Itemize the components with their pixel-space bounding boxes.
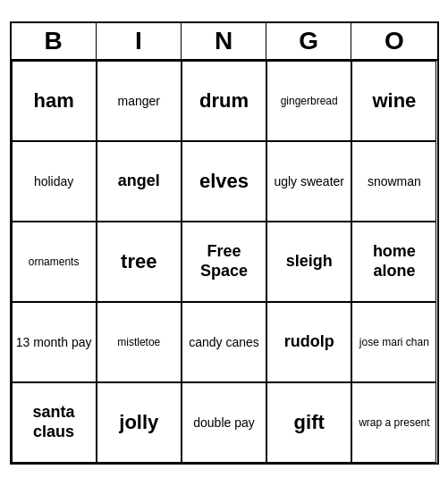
bingo-cell-16: mistletoe bbox=[97, 302, 182, 382]
bingo-cell-15: 13 month pay bbox=[12, 302, 97, 382]
bingo-cell-1: manger bbox=[97, 61, 182, 141]
header-letter-b: B bbox=[12, 23, 97, 59]
header-letter-o: O bbox=[351, 23, 436, 59]
bingo-header: BINGO bbox=[12, 23, 437, 61]
header-letter-i: I bbox=[97, 23, 182, 59]
bingo-cell-6: angel bbox=[97, 141, 182, 222]
bingo-cell-19: jose mari chan bbox=[351, 302, 436, 382]
bingo-cell-9: snowman bbox=[351, 141, 436, 222]
bingo-cell-4: wine bbox=[351, 61, 436, 141]
bingo-cell-7: elves bbox=[182, 141, 266, 222]
bingo-cell-2: drum bbox=[182, 61, 266, 141]
bingo-cell-22: double pay bbox=[182, 382, 266, 463]
bingo-cell-20: santa claus bbox=[12, 382, 97, 463]
bingo-cell-11: tree bbox=[97, 222, 182, 302]
bingo-grid: hammangerdrumgingerbreadwineholidayangel… bbox=[12, 61, 437, 463]
header-letter-n: N bbox=[182, 23, 266, 59]
bingo-cell-3: gingerbread bbox=[266, 61, 351, 141]
bingo-cell-13: sleigh bbox=[266, 222, 351, 302]
bingo-cell-0: ham bbox=[12, 61, 97, 141]
bingo-cell-18: rudolp bbox=[266, 302, 351, 382]
bingo-cell-12: Free Space bbox=[182, 222, 266, 302]
bingo-cell-24: wrap a present bbox=[351, 382, 436, 463]
bingo-cell-14: home alone bbox=[351, 222, 436, 302]
bingo-cell-10: ornaments bbox=[12, 222, 97, 302]
header-letter-g: G bbox=[266, 23, 351, 59]
bingo-cell-17: candy canes bbox=[182, 302, 266, 382]
bingo-cell-23: gift bbox=[266, 382, 351, 463]
bingo-cell-8: ugly sweater bbox=[266, 141, 351, 222]
bingo-cell-21: jolly bbox=[97, 382, 182, 463]
bingo-cell-5: holiday bbox=[12, 141, 97, 222]
bingo-card: BINGO hammangerdrumgingerbreadwineholida… bbox=[10, 21, 439, 465]
